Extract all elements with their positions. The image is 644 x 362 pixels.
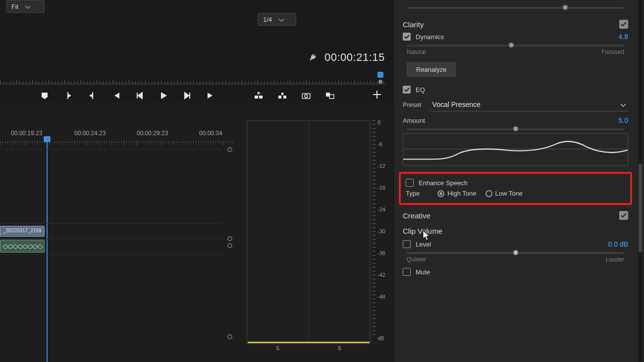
timeline-ruler-labels: 00:00:19:23 00:00:24:23 00:00:29:23 00:0… bbox=[0, 130, 240, 140]
svg-rect-3 bbox=[283, 96, 286, 99]
eq-curve-display[interactable] bbox=[403, 133, 628, 166]
solo-left[interactable]: S bbox=[276, 345, 279, 357]
button-editor-plus-icon[interactable] bbox=[373, 89, 381, 102]
settings-wrench-icon[interactable] bbox=[308, 53, 318, 64]
program-scrubber[interactable] bbox=[0, 75, 386, 87]
preset-label: Preset bbox=[403, 101, 422, 108]
essential-sound-panel: Clarity Dynamics 4.8 Natural Focused Rea… bbox=[394, 0, 644, 362]
eq-preset-value: Vocal Presence bbox=[432, 101, 481, 108]
chevron-down-icon bbox=[279, 16, 284, 23]
enhance-speech-highlight: Enhance Speech Type High Tone Low Tone bbox=[399, 172, 632, 205]
program-monitor-pane: Fit 1/4 00:00:21:15 bbox=[0, 0, 394, 362]
eq-label: EQ bbox=[416, 86, 425, 94]
dynamics-hint-right: Focused bbox=[601, 49, 624, 55]
dynamics-checkbox[interactable] bbox=[403, 33, 411, 41]
audio-meter-panel: 0 -6 -12 -18 -24 -30 -36 -42 -48 dB S S bbox=[247, 120, 385, 356]
svg-rect-0 bbox=[255, 96, 258, 99]
enhance-speech-label: Enhance Speech bbox=[419, 179, 468, 187]
comparison-view-icon[interactable] bbox=[325, 91, 335, 101]
low-tone-label: Low Tone bbox=[495, 190, 523, 197]
eq-preset-dropdown[interactable]: Vocal Presence bbox=[430, 98, 628, 111]
svg-rect-1 bbox=[259, 96, 263, 99]
dynamics-label: Dynamics bbox=[416, 33, 444, 41]
chevron-down-icon bbox=[25, 3, 30, 10]
audio-meter-scale: 0 -6 -12 -18 -24 -30 -36 -42 -48 dB bbox=[372, 120, 385, 345]
loudness-slider[interactable] bbox=[407, 7, 624, 9]
lift-icon[interactable] bbox=[254, 91, 264, 101]
in-point-icon[interactable] bbox=[63, 91, 73, 101]
reanalyze-button[interactable]: Reanalyze bbox=[407, 62, 456, 77]
solo-right[interactable]: S bbox=[338, 345, 341, 357]
mute-label: Mute bbox=[416, 268, 430, 276]
audio-meter[interactable] bbox=[247, 120, 371, 344]
marker-icon[interactable] bbox=[40, 91, 50, 101]
mute-checkbox[interactable] bbox=[403, 268, 411, 276]
low-tone-option[interactable]: Low Tone bbox=[485, 190, 523, 197]
dynamics-value[interactable]: 4.8 bbox=[619, 33, 628, 41]
time-marker: 00:00:29:23 bbox=[137, 130, 168, 137]
lower-workspace: 00:00:19:23 00:00:24:23 00:00:29:23 00:0… bbox=[0, 103, 393, 362]
amount-label: Amount bbox=[403, 117, 425, 124]
go-to-in-icon[interactable] bbox=[111, 91, 121, 101]
level-checkbox[interactable] bbox=[403, 240, 411, 248]
zoom-fit-dropdown[interactable]: Fit bbox=[6, 0, 45, 13]
level-hint-right: Louder bbox=[606, 256, 624, 263]
clarity-toggle[interactable] bbox=[619, 20, 628, 29]
level-slider[interactable] bbox=[407, 252, 624, 254]
dynamics-hint-left: Natural bbox=[407, 49, 426, 55]
creative-toggle[interactable] bbox=[619, 211, 628, 220]
svg-rect-8 bbox=[329, 95, 334, 99]
panel-scrollbar[interactable] bbox=[638, 0, 643, 362]
program-timecode[interactable]: 00:00:21:15 bbox=[324, 51, 385, 64]
viewer-area: Fit 1/4 00:00:21:15 bbox=[0, 0, 393, 103]
clip-volume-title: Clip Volume bbox=[403, 227, 628, 235]
playback-resolution-label: 1/4 bbox=[263, 16, 272, 23]
dynamics-slider[interactable] bbox=[407, 45, 624, 47]
meter-solo-row: S S bbox=[247, 345, 371, 357]
enhance-speech-checkbox[interactable] bbox=[406, 179, 414, 187]
timeline-panel[interactable]: 00:00:19:23 00:00:24:23 00:00:29:23 00:0… bbox=[0, 127, 240, 355]
extract-icon[interactable] bbox=[277, 91, 287, 101]
level-value[interactable]: 0.0 dB bbox=[608, 240, 628, 248]
radio-icon bbox=[485, 190, 492, 197]
transport-controls bbox=[0, 87, 393, 104]
eq-checkbox[interactable] bbox=[403, 86, 411, 94]
level-label: Level bbox=[416, 241, 431, 248]
amount-value[interactable]: 5.0 bbox=[619, 116, 628, 124]
playback-resolution-dropdown[interactable]: 1/4 bbox=[258, 13, 296, 26]
play-icon[interactable] bbox=[159, 91, 168, 101]
level-hint-left: Quieter bbox=[407, 256, 426, 263]
timeline-ruler[interactable] bbox=[0, 141, 240, 147]
svg-point-6 bbox=[305, 95, 308, 98]
go-to-out-icon[interactable] bbox=[206, 91, 216, 101]
radio-icon bbox=[437, 190, 444, 197]
svg-rect-2 bbox=[278, 96, 281, 99]
creative-section-title: Creative bbox=[403, 211, 430, 220]
time-marker: 00:00:34 bbox=[199, 130, 222, 137]
eq-amount-slider[interactable] bbox=[407, 128, 624, 130]
timeline-vertical-scrollbar[interactable] bbox=[226, 147, 233, 362]
zoom-fit-label: Fit bbox=[11, 3, 18, 10]
step-forward-icon[interactable] bbox=[182, 91, 192, 101]
svg-rect-4 bbox=[281, 93, 283, 95]
video-clip[interactable]: _20220317_2159 bbox=[0, 226, 45, 237]
time-marker: 00:00:19:23 bbox=[11, 130, 42, 137]
high-tone-option[interactable]: High Tone bbox=[437, 190, 476, 197]
audio-clip[interactable] bbox=[0, 240, 45, 253]
clarity-section-title: Clarity bbox=[403, 20, 424, 29]
out-point-marker[interactable] bbox=[377, 72, 383, 84]
step-back-icon[interactable] bbox=[135, 91, 145, 101]
enhance-type-label: Type bbox=[406, 190, 420, 197]
out-point-icon[interactable] bbox=[87, 91, 97, 101]
high-tone-label: High Tone bbox=[447, 190, 476, 197]
clip-label: _20220317_2159 bbox=[3, 228, 42, 233]
timeline-tracks[interactable]: _20220317_2159 bbox=[0, 149, 223, 353]
export-frame-icon[interactable] bbox=[301, 91, 311, 101]
time-marker: 00:00:24:23 bbox=[74, 130, 106, 137]
chevron-down-icon bbox=[620, 101, 626, 108]
